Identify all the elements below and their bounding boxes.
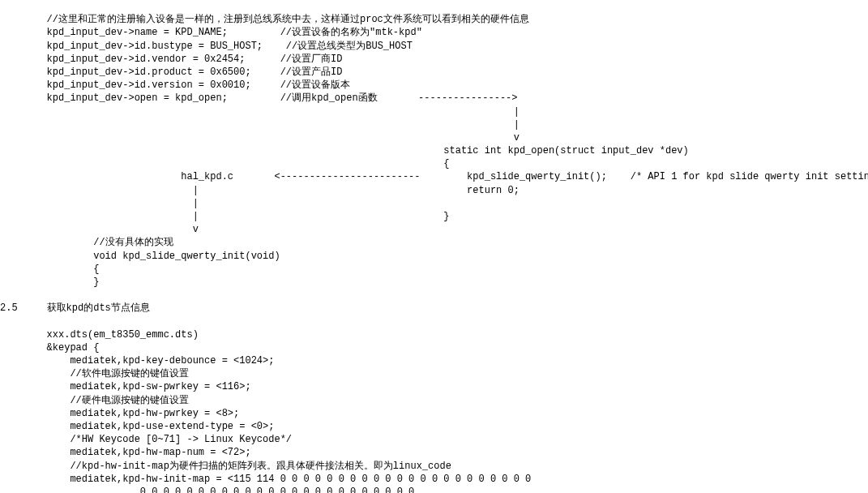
code-block: //这里和正常的注册输入设备是一样的，注册到总线系统中去，这样通过proc文件系… — [0, 13, 868, 493]
code-text: //这里和正常的注册输入设备是一样的，注册到总线系统中去，这样通过proc文件系… — [0, 14, 868, 493]
